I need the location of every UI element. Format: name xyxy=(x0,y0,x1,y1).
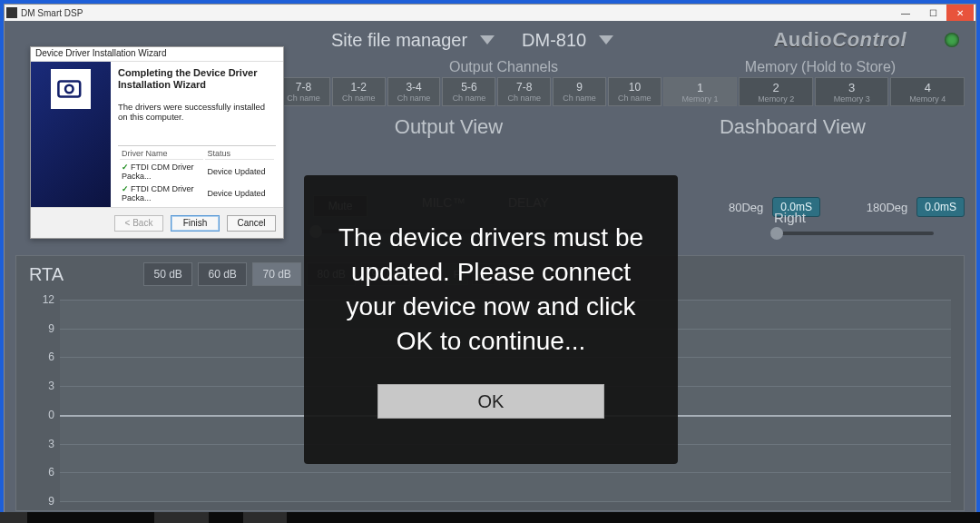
minimize-button[interactable]: — xyxy=(892,5,919,21)
app-window: DM Smart DSP — ☐ ✕ Site file manager DM-… xyxy=(4,4,976,519)
status-led-icon xyxy=(945,33,959,47)
rta-ytick: 6 xyxy=(27,350,54,363)
rta-ytick: 3 xyxy=(27,438,54,450)
wizard-button-row: < Back Finish Cancel xyxy=(31,207,283,238)
memory-button[interactable]: 2Memory 2 xyxy=(739,77,813,106)
rta-ytick: 12 xyxy=(27,293,54,306)
memory-button[interactable]: 4Memory 4 xyxy=(890,77,965,106)
channel-button[interactable]: 5-6Ch name xyxy=(442,77,495,106)
app-icon xyxy=(6,7,17,18)
titlebar: DM Smart DSP — ☐ ✕ xyxy=(5,5,975,21)
col-driver-name: Driver Name xyxy=(120,148,203,160)
wizard-sidebar xyxy=(31,62,111,207)
col-status: Status xyxy=(205,148,274,160)
wizard-cancel-button[interactable]: Cancel xyxy=(227,215,276,232)
channel-button[interactable]: 3-4Ch name xyxy=(387,77,441,106)
device-dropdown[interactable]: DM-810 xyxy=(522,30,613,51)
channel-button[interactable]: 1-2Ch name xyxy=(332,77,386,106)
output-channels-label: Output Channels xyxy=(331,59,676,75)
rta-db-button[interactable]: 70 dB xyxy=(252,262,301,286)
memory-label: Memory (Hold to Store) xyxy=(676,59,965,75)
dashboard-panel: 80Deg 0.0mS 180Deg 0.0mS Right xyxy=(674,166,965,257)
maximize-button[interactable]: ☐ xyxy=(919,5,946,21)
dash-deg-label: 80Deg xyxy=(729,201,763,214)
dashboard-view-title: Dashboard View xyxy=(621,115,965,139)
wizard-message: The drivers were successfully installed … xyxy=(118,102,276,122)
close-button[interactable]: ✕ xyxy=(946,5,974,21)
memory-button[interactable]: 3Memory 3 xyxy=(815,77,889,106)
rta-db-button[interactable]: 60 dB xyxy=(198,262,247,286)
rta-ytick: 9 xyxy=(27,495,54,508)
wizard-heading: Completing the Device Driver Installatio… xyxy=(118,67,276,91)
rta-ytick: 0 xyxy=(27,409,54,421)
right-channel-label: Right xyxy=(774,210,806,225)
update-drivers-modal: The device drivers must be updated. Plea… xyxy=(304,175,678,464)
window-title: DM Smart DSP xyxy=(21,8,83,18)
output-view-title: Output View xyxy=(277,115,621,139)
table-row: FTDI CDM Driver Packa...Device Updated xyxy=(120,162,274,182)
rta-ytick: 9 xyxy=(27,322,54,335)
channel-button[interactable]: 10Ch name xyxy=(608,77,662,106)
channel-button[interactable]: 7-8Ch name xyxy=(497,77,551,106)
rta-db-button[interactable]: 50 dB xyxy=(143,262,192,286)
wizard-finish-button[interactable]: Finish xyxy=(171,215,220,232)
wizard-caption: Device Driver Installation Wizard xyxy=(31,47,283,62)
modal-ok-button[interactable]: OK xyxy=(377,384,604,419)
wizard-back-button: < Back xyxy=(114,215,163,232)
svg-rect-0 xyxy=(58,82,80,97)
dash-deg-right: 180Deg xyxy=(867,201,908,214)
rta-title: RTA xyxy=(29,264,64,285)
slider-knob-icon[interactable] xyxy=(770,227,783,240)
channel-button[interactable]: 9Ch name xyxy=(553,77,606,106)
dashboard-slider[interactable] xyxy=(770,232,934,235)
chevron-down-icon xyxy=(480,35,495,44)
table-row: FTDI CDM Driver Packa...Device Updated xyxy=(120,183,274,203)
app-body: Site file manager DM-810 AudioControl Ou… xyxy=(5,21,975,518)
svg-point-1 xyxy=(65,85,74,94)
modal-text: The device drivers must be updated. Plea… xyxy=(329,221,652,359)
memory-button[interactable]: 1Memory 1 xyxy=(663,77,738,106)
chevron-down-icon xyxy=(599,35,613,44)
brand-logo: AudioControl xyxy=(773,28,906,52)
wizard-driver-table: Driver Name Status FTDI CDM Driver Packa… xyxy=(118,145,276,205)
device-label: DM-810 xyxy=(522,30,586,51)
cd-icon xyxy=(51,69,91,109)
rta-ytick: 6 xyxy=(27,466,54,479)
dash-ms-right-pill[interactable]: 0.0mS xyxy=(916,197,965,217)
driver-wizard-dialog: Device Driver Installation Wizard Comple… xyxy=(30,46,284,239)
channel-button[interactable]: 7-8Ch name xyxy=(277,77,330,106)
rta-ytick: 3 xyxy=(27,380,54,392)
site-file-dropdown[interactable]: Site file manager xyxy=(331,30,495,51)
site-file-label: Site file manager xyxy=(331,30,467,51)
taskbar[interactable] xyxy=(0,512,980,523)
